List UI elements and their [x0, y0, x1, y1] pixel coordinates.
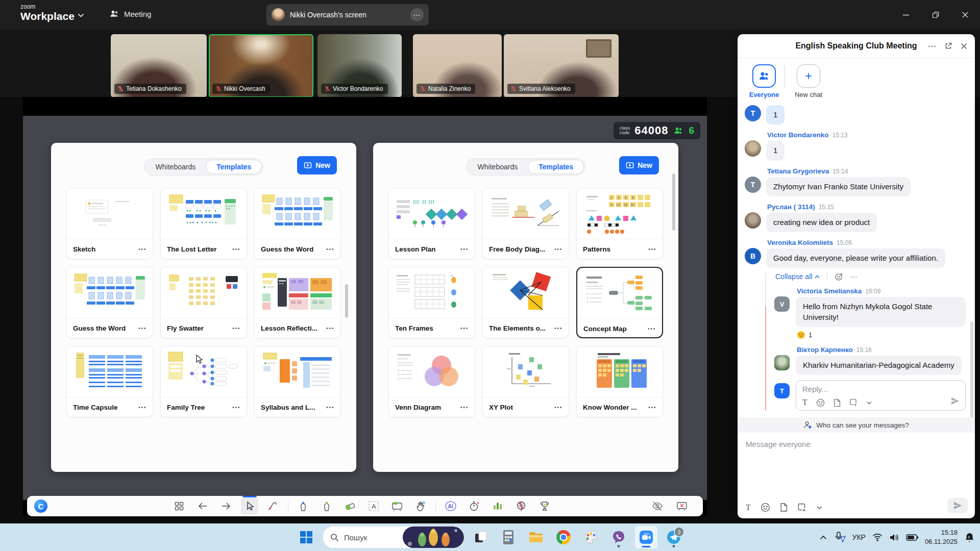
- tab-templates[interactable]: Templates: [206, 160, 262, 174]
- card-more-button[interactable]: •••: [460, 325, 469, 331]
- card-more-button[interactable]: •••: [460, 246, 469, 252]
- card-more-button[interactable]: •••: [554, 246, 562, 252]
- emoji-icon[interactable]: [816, 398, 825, 407]
- pen-tool[interactable]: [295, 497, 312, 515]
- template-card[interactable]: Venn Diagram•••: [388, 346, 475, 417]
- poll-tool[interactable]: [489, 497, 506, 515]
- emoji-icon[interactable]: [761, 503, 770, 512]
- text-tool[interactable]: A: [365, 497, 382, 515]
- card-more-button[interactable]: •••: [648, 246, 656, 252]
- chat-more-button[interactable]: ⋯: [927, 41, 937, 52]
- format-text-icon[interactable]: T: [746, 503, 751, 512]
- timer-tool[interactable]: [465, 497, 483, 515]
- card-more-button[interactable]: •••: [138, 325, 146, 331]
- screenshot-icon[interactable]: [849, 398, 858, 407]
- tray-mic-location-icon[interactable]: [834, 532, 846, 543]
- chrome-icon[interactable]: [552, 526, 575, 548]
- template-card[interactable]: Ten Frames•••: [388, 267, 475, 338]
- tab-everyone[interactable]: Everyone: [749, 64, 779, 103]
- thread-more-button[interactable]: ⋯: [850, 273, 857, 281]
- tray-clock[interactable]: 15:18 06.11.2025: [925, 528, 958, 546]
- close-chat-button[interactable]: [960, 42, 968, 50]
- paint-icon[interactable]: [580, 526, 602, 548]
- tab-meeting[interactable]: Meeting: [109, 9, 151, 19]
- select-cursor-tool[interactable]: [241, 497, 258, 515]
- card-more-button[interactable]: •••: [326, 325, 334, 331]
- close-window-button[interactable]: [950, 0, 980, 30]
- hand-raise-tool[interactable]: [412, 497, 429, 515]
- tray-chevron-up-icon[interactable]: [820, 535, 827, 540]
- tab-whiteboards[interactable]: Whiteboards: [145, 160, 206, 174]
- panel-scrollbar[interactable]: [672, 173, 675, 231]
- grid-view-tool[interactable]: [170, 497, 188, 515]
- chevron-down-icon[interactable]: [817, 506, 822, 510]
- new-whiteboard-button[interactable]: New: [619, 156, 659, 174]
- template-card[interactable]: Lesson Reflecti...•••: [254, 267, 341, 338]
- template-card-selected[interactable]: Concept Map•••: [576, 267, 663, 338]
- video-tile[interactable]: Natalia Zinenko: [413, 34, 502, 97]
- template-card[interactable]: The Elements o...•••: [482, 267, 569, 338]
- telegram-icon[interactable]: 3: [663, 526, 685, 548]
- pop-out-icon[interactable]: [944, 42, 952, 50]
- file-icon[interactable]: [780, 503, 788, 512]
- calculator-icon[interactable]: [497, 526, 520, 548]
- template-card[interactable]: Time Capsule•••: [66, 346, 153, 417]
- format-text-icon[interactable]: T: [802, 398, 807, 407]
- spinner-wheel-tool[interactable]: [512, 497, 530, 515]
- close-whiteboard-tool[interactable]: [673, 497, 691, 515]
- template-card[interactable]: Guess the Word•••: [66, 267, 153, 338]
- viber-icon[interactable]: [607, 526, 630, 548]
- restore-button[interactable]: [921, 0, 950, 30]
- card-more-button[interactable]: •••: [232, 404, 240, 410]
- template-card[interactable]: Lesson Plan•••: [388, 188, 475, 259]
- taskbar-search[interactable]: Пошук: [323, 526, 464, 548]
- trophy-tool[interactable]: [536, 497, 553, 515]
- search-highlight-art[interactable]: [403, 527, 464, 548]
- message-reaction[interactable]: 1: [797, 331, 966, 339]
- highlighter-tool[interactable]: [318, 497, 335, 515]
- template-card[interactable]: XY Plot•••: [482, 346, 569, 417]
- card-more-button[interactable]: •••: [232, 325, 240, 331]
- template-card[interactable]: Know Wonder ...•••: [576, 346, 663, 417]
- reply-input[interactable]: Reply... T: [796, 380, 966, 411]
- template-card[interactable]: Free Body Diag...•••: [482, 188, 569, 259]
- undo-arrow-tool[interactable]: [194, 497, 211, 515]
- classroomscreen-logo[interactable]: C: [34, 499, 47, 513]
- template-card[interactable]: Fly Swatter•••: [160, 267, 247, 338]
- file-icon[interactable]: [834, 398, 841, 407]
- speaker-icon[interactable]: [889, 533, 899, 542]
- card-more-button[interactable]: •••: [554, 404, 562, 410]
- language-indicator[interactable]: УКР: [852, 533, 866, 541]
- template-card[interactable]: Family Tree•••: [160, 346, 247, 417]
- template-card[interactable]: Sketch•••: [66, 188, 153, 259]
- ai-tool[interactable]: AI: [442, 497, 459, 515]
- new-whiteboard-button[interactable]: New: [297, 156, 337, 174]
- sticky-board-tool[interactable]: [388, 497, 406, 515]
- tab-new-chat[interactable]: + New chat: [793, 64, 824, 103]
- start-button[interactable]: [295, 526, 317, 548]
- eraser-tool[interactable]: [341, 497, 359, 515]
- who-can-see-bar[interactable]: Who can see your messages?: [738, 417, 975, 433]
- chevron-down-icon[interactable]: [867, 401, 872, 405]
- add-reaction-icon[interactable]: [835, 272, 843, 281]
- video-tile[interactable]: Victor Bondarenko: [317, 34, 402, 97]
- screenshot-icon[interactable]: [797, 503, 807, 512]
- hide-interface-tool[interactable]: [649, 497, 666, 515]
- redo-arrow-tool[interactable]: [217, 497, 235, 515]
- template-card[interactable]: The Lost Letter•••: [160, 188, 247, 259]
- battery-icon[interactable]: [906, 534, 918, 541]
- task-view-button[interactable]: [470, 526, 492, 548]
- minimize-button[interactable]: [891, 0, 921, 30]
- tab-shared-screen[interactable]: Nikki Overcash's screen ⋯: [266, 4, 429, 26]
- zoom-app-icon[interactable]: zoom: [635, 526, 657, 548]
- video-tile[interactable]: Svitlana Aleksenko: [504, 34, 619, 97]
- chat-scrollbar[interactable]: [970, 321, 973, 417]
- tab-more-button[interactable]: ⋯: [410, 8, 424, 21]
- card-more-button[interactable]: •••: [326, 404, 334, 410]
- card-more-button[interactable]: •••: [460, 404, 469, 410]
- video-tile-active-speaker[interactable]: Nikki Overcash: [209, 34, 313, 97]
- card-more-button[interactable]: •••: [138, 246, 146, 252]
- card-more-button[interactable]: •••: [326, 246, 334, 252]
- message-input[interactable]: Message everyone: [746, 440, 967, 448]
- card-more-button[interactable]: •••: [648, 325, 656, 332]
